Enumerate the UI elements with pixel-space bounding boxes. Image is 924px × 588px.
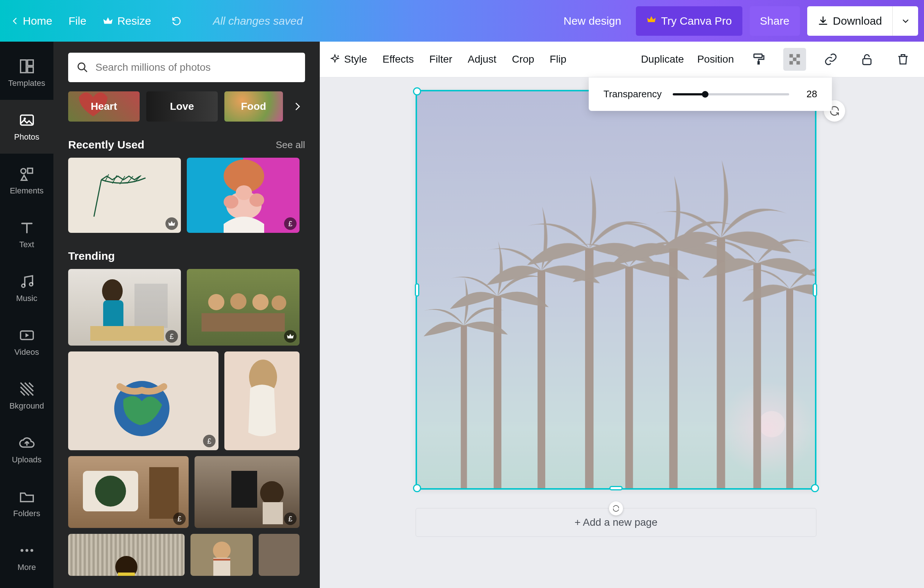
transparency-button[interactable] [783, 48, 806, 71]
topbar-right: New design Try Canva Pro Share Download [556, 6, 918, 36]
chevron-down-icon [901, 17, 910, 25]
resize-handle-tl[interactable] [413, 87, 421, 96]
resize-button[interactable]: Resize [102, 15, 151, 27]
chevron-right-icon [292, 102, 302, 111]
photo-thumb[interactable] [68, 158, 181, 233]
file-menu[interactable]: File [69, 15, 86, 27]
resize-handle-br[interactable] [811, 484, 819, 492]
photo-thumb[interactable]: £ [68, 352, 218, 450]
resize-handle-bl[interactable] [413, 484, 421, 492]
rail-label: Music [16, 294, 37, 303]
rail-folders[interactable]: Folders [0, 476, 53, 530]
uploads-icon [18, 434, 35, 451]
category-love[interactable]: Love [146, 91, 218, 122]
resize-handle-r[interactable] [813, 283, 817, 297]
slider-thumb[interactable] [702, 91, 708, 97]
photo-thumb[interactable]: £ [187, 158, 300, 233]
svg-rect-1 [27, 60, 33, 66]
transparency-slider[interactable] [673, 93, 789, 96]
paint-roller-icon [752, 52, 766, 66]
left-rail: Templates Photos Elements Text Music Vid… [0, 41, 53, 588]
category-food[interactable]: Food [224, 91, 283, 122]
home-button[interactable]: Home [11, 15, 52, 27]
svg-rect-0 [20, 60, 26, 73]
rail-templates[interactable]: Templates [0, 46, 53, 100]
download-label: Download [833, 15, 882, 27]
svg-rect-50 [793, 58, 797, 61]
text-icon [18, 219, 35, 236]
download-button[interactable]: Download [807, 6, 892, 36]
price-badge: £ [173, 512, 186, 525]
svg-point-8 [30, 282, 33, 286]
top-bar: Home File Resize All changes saved New d… [0, 0, 924, 41]
see-all-link[interactable]: See all [276, 139, 305, 151]
svg-rect-24 [134, 284, 168, 328]
svg-point-45 [337, 55, 339, 57]
svg-rect-42 [118, 573, 135, 576]
rail-label: More [17, 563, 36, 572]
rail-more[interactable]: More [0, 530, 53, 584]
effects-button[interactable]: Effects [383, 53, 414, 65]
svg-rect-49 [797, 54, 800, 58]
lock-button[interactable] [855, 48, 878, 71]
rail-elements[interactable]: Elements [0, 154, 53, 207]
photos-icon [18, 112, 35, 129]
cb-label: Style [344, 53, 367, 65]
photo-thumb[interactable]: £ [68, 269, 181, 345]
canvas-page[interactable] [416, 90, 817, 490]
add-page-label: + Add a new page [575, 517, 658, 528]
category-row: Heart Love Food [68, 91, 305, 122]
photo-thumb[interactable] [187, 269, 300, 345]
try-pro-label: Try Canva Pro [661, 15, 732, 27]
rail-background[interactable]: Bkground [0, 369, 53, 423]
resize-handle-b[interactable] [609, 486, 623, 491]
rail-videos[interactable]: Videos [0, 315, 53, 369]
filter-button[interactable]: Filter [429, 53, 452, 65]
resize-handle-l[interactable] [415, 283, 419, 297]
photo-thumb[interactable] [68, 534, 185, 576]
svg-rect-2 [27, 67, 33, 73]
rail-music[interactable]: Music [0, 261, 53, 315]
svg-point-11 [25, 549, 28, 552]
folders-icon [18, 488, 35, 505]
undo-button[interactable] [171, 15, 182, 26]
search-box[interactable] [68, 53, 305, 82]
search-input[interactable] [96, 61, 297, 73]
flip-button[interactable]: Flip [550, 53, 566, 65]
try-pro-button[interactable]: Try Canva Pro [636, 6, 742, 36]
crop-button[interactable]: Crop [512, 53, 534, 65]
category-next[interactable] [290, 98, 305, 115]
add-page-button[interactable]: + Add a new page [416, 508, 817, 537]
photo-thumb[interactable]: £ [195, 456, 300, 528]
svg-point-31 [252, 294, 269, 310]
photo-thumb[interactable] [259, 534, 300, 576]
transparency-icon [788, 52, 802, 66]
share-button[interactable]: Share [750, 6, 800, 36]
rail-label: Text [19, 240, 34, 249]
rail-uploads[interactable]: Uploads [0, 423, 53, 476]
position-button[interactable]: Position [697, 53, 734, 65]
contextbar-right: Duplicate Position [641, 48, 914, 71]
svg-point-10 [20, 549, 23, 552]
svg-rect-48 [790, 54, 793, 58]
category-heart[interactable]: Heart [68, 91, 140, 122]
rail-text[interactable]: Text [0, 207, 53, 261]
delete-button[interactable] [892, 48, 914, 71]
photo-thumb[interactable]: £ [68, 456, 189, 528]
new-design-button[interactable]: New design [556, 15, 629, 27]
copy-style-button[interactable] [747, 48, 770, 71]
photo-thumb[interactable] [224, 352, 300, 450]
duplicate-button[interactable]: Duplicate [641, 53, 684, 65]
rail-photos[interactable]: Photos [0, 100, 53, 154]
style-button[interactable]: Style [329, 53, 367, 65]
rail-label: Bkground [9, 401, 44, 411]
adjust-button[interactable]: Adjust [468, 53, 497, 65]
download-dropdown[interactable] [892, 6, 918, 36]
recently-used-grid: £ [68, 158, 305, 233]
rail-label: Folders [13, 509, 40, 519]
link-button[interactable] [819, 48, 842, 71]
transparency-popover: Transparency 28 [589, 78, 832, 111]
recently-used-header: Recently Used See all [68, 139, 305, 151]
photo-thumb[interactable] [190, 534, 253, 576]
svg-point-39 [260, 481, 284, 505]
